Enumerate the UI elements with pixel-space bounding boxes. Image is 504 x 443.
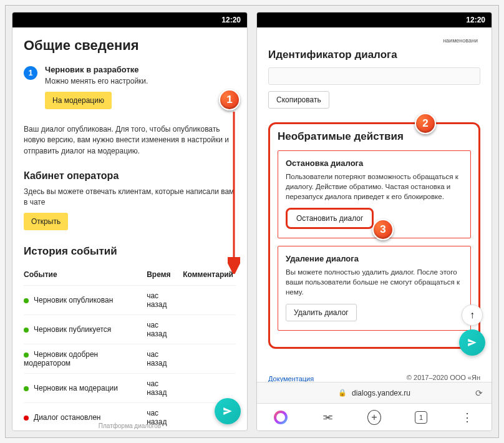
copyright-text: © 2017–2020 ООО «Ян bbox=[407, 374, 480, 381]
table-row: Черновик на модерации час назад bbox=[24, 373, 236, 402]
chat-fab-button[interactable] bbox=[459, 329, 485, 356]
arrow-up-icon: ↑ bbox=[470, 309, 475, 321]
new-tab-button[interactable]: + bbox=[367, 411, 381, 424]
share-icon: ⫘ bbox=[322, 411, 333, 424]
status-dot-icon bbox=[24, 416, 29, 421]
left-content: Общие сведения 1 Черновик в разработке М… bbox=[12, 27, 247, 431]
footer-links: Документация Обратная связь © 2017–2020 … bbox=[268, 374, 480, 382]
page-title: Общие сведения bbox=[24, 37, 236, 54]
operator-section-title: Кабинет оператора bbox=[24, 170, 236, 182]
history-title: История событий bbox=[24, 245, 236, 258]
callout-1: 1 bbox=[219, 89, 240, 110]
yandex-icon bbox=[274, 411, 288, 424]
draft-status-row: 1 Черновик в разработке Можно менять его… bbox=[24, 65, 236, 109]
send-icon bbox=[467, 337, 478, 348]
share-button[interactable]: ⫘ bbox=[321, 411, 334, 424]
dialog-id-title: Идентификатор диалога bbox=[268, 49, 480, 61]
events-table: Событие Время Комментарий Черновик опубл… bbox=[24, 265, 236, 431]
truncated-label: наименовани bbox=[268, 37, 480, 44]
documentation-link[interactable]: Документация bbox=[268, 374, 319, 382]
delete-dialog-button[interactable]: Удалить диалог bbox=[286, 304, 357, 321]
col-event: Событие bbox=[24, 265, 147, 286]
status-bar: 12:20 bbox=[257, 12, 492, 27]
copy-button[interactable]: Скопировать bbox=[268, 91, 329, 109]
tabs-count-icon: 1 bbox=[415, 411, 427, 424]
published-info-text: Ваш диалог опубликован. Для того, чтобы … bbox=[24, 124, 236, 157]
tabs-button[interactable]: 1 bbox=[414, 411, 428, 424]
scroll-to-top-button[interactable]: ↑ bbox=[462, 304, 483, 326]
draft-status-sub: Можно менять его настройки. bbox=[45, 77, 148, 85]
status-time: 12:20 bbox=[466, 16, 485, 24]
table-row: Черновик опубликован час назад bbox=[24, 285, 236, 314]
status-time: 12:20 bbox=[221, 16, 241, 24]
status-dot-icon bbox=[24, 328, 29, 333]
stop-dialog-button[interactable]: Остановить диалог bbox=[286, 208, 374, 229]
yandex-home-button[interactable] bbox=[274, 411, 288, 424]
danger-title: Необратимые действия bbox=[278, 130, 471, 143]
table-row: Черновик одобрен модератором час назад bbox=[24, 344, 236, 373]
kebab-icon: ⋮ bbox=[462, 411, 474, 424]
send-icon bbox=[222, 406, 233, 417]
menu-button[interactable]: ⋮ bbox=[461, 411, 475, 424]
status-dot-icon bbox=[24, 298, 29, 303]
operator-desc: Здесь вы можете отвечать клиентам, котор… bbox=[24, 187, 236, 208]
delete-dialog-box: Удаление диалога Вы можете полностью уда… bbox=[278, 246, 471, 330]
dialog-id-field[interactable] bbox=[268, 67, 480, 85]
footer-caption: Платформа диалогов bbox=[12, 422, 247, 429]
send-to-moderation-button[interactable]: На модерацию bbox=[45, 92, 112, 109]
url-text: dialogs.yandex.ru bbox=[352, 389, 410, 397]
stop-dialog-title: Остановка диалога bbox=[286, 158, 463, 168]
delete-dialog-desc: Вы можете полностью удалить диалог. Посл… bbox=[286, 267, 463, 297]
lock-icon: 🔒 bbox=[338, 389, 347, 397]
status-dot-icon bbox=[24, 386, 29, 391]
delete-dialog-title: Удаление диалога bbox=[286, 254, 463, 263]
col-time: Время bbox=[147, 265, 183, 286]
status-bar: 12:20 bbox=[12, 12, 247, 27]
callout-2: 2 bbox=[415, 113, 436, 134]
right-content: наименовани Идентификатор диалога Скопир… bbox=[257, 27, 492, 382]
phone-left: 12:20 Общие сведения 1 Черновик в разраб… bbox=[12, 12, 248, 431]
status-dot-icon bbox=[24, 353, 29, 358]
browser-address-bar[interactable]: 🔒 dialogs.yandex.ru ⟳ bbox=[257, 382, 492, 403]
plus-icon: + bbox=[367, 410, 381, 425]
tutorial-composite: 12:20 Общие сведения 1 Черновик в разраб… bbox=[5, 5, 499, 438]
table-row: Черновик публикуется час назад bbox=[24, 314, 236, 344]
stop-dialog-desc: Пользователи потеряют возможность обраща… bbox=[286, 172, 463, 202]
callout-3: 3 bbox=[372, 219, 394, 240]
events-header-row: Событие Время Комментарий bbox=[24, 265, 236, 286]
open-operator-button[interactable]: Открыть bbox=[24, 213, 68, 230]
draft-status-title: Черновик в разработке bbox=[45, 65, 148, 74]
chat-fab-button[interactable] bbox=[215, 398, 241, 424]
browser-nav-bar: ⫘ + 1 ⋮ bbox=[257, 403, 492, 431]
phone-right: 12:20 наименовани Идентификатор диалога … bbox=[256, 12, 492, 431]
reload-icon[interactable]: ⟳ bbox=[475, 388, 483, 398]
scroll-down-arrow-icon bbox=[228, 112, 240, 274]
step-badge-icon: 1 bbox=[24, 66, 37, 80]
